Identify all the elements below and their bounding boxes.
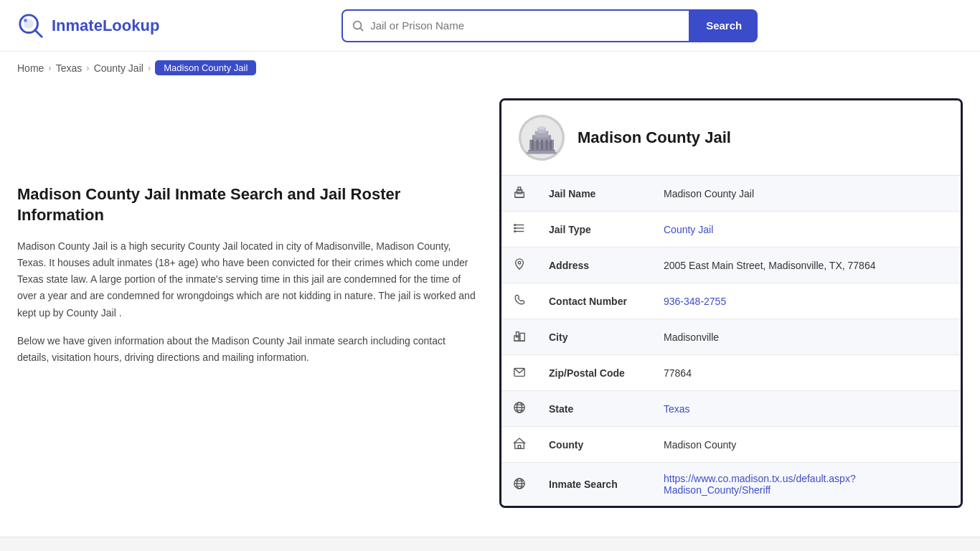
field-value-0: Madison County Jail xyxy=(652,176,961,212)
field-link-1[interactable]: County Jail xyxy=(664,224,713,235)
field-value-5: 77864 xyxy=(652,355,961,391)
field-value-4: Madisonville xyxy=(652,319,961,355)
building-icon xyxy=(501,176,537,212)
svg-rect-31 xyxy=(520,333,524,341)
table-row: StateTexas xyxy=(501,391,961,427)
field-label-2: Address xyxy=(537,248,652,283)
field-value-6: Texas xyxy=(652,391,961,427)
county-icon xyxy=(501,427,537,463)
svg-line-1 xyxy=(35,29,42,37)
table-row: Zip/Postal Code77864 xyxy=(501,355,961,391)
table-row: Jail NameMadison County Jail xyxy=(501,176,961,212)
page-description-2: Below we have given information about th… xyxy=(17,333,476,366)
breadcrumb-current: Madison County Jail xyxy=(155,60,256,75)
svg-rect-11 xyxy=(539,126,545,130)
svg-point-27 xyxy=(514,227,516,229)
svg-rect-16 xyxy=(550,140,552,151)
field-value-3: 936-348-2755 xyxy=(652,283,961,319)
phone-icon xyxy=(501,283,537,319)
svg-rect-15 xyxy=(546,140,548,151)
logo-text: InmateLookup xyxy=(52,17,159,35)
hamburger-button[interactable] xyxy=(940,14,963,37)
left-content: Madison County Jail Inmate Search and Ja… xyxy=(17,98,476,508)
svg-rect-41 xyxy=(518,446,521,449)
svg-rect-17 xyxy=(528,150,555,152)
svg-point-26 xyxy=(514,225,516,226)
list-icon xyxy=(501,212,537,248)
card-title: Madison County Jail xyxy=(578,128,731,147)
table-row: Address2005 East Main Street, Madisonvil… xyxy=(501,248,961,283)
info-card: Madison County Jail Jail NameMadison Cou… xyxy=(499,98,963,508)
svg-point-4 xyxy=(354,21,362,29)
table-row: Jail TypeCounty Jail xyxy=(501,212,961,248)
page-title: Madison County Jail Inmate Search and Ja… xyxy=(17,184,476,225)
svg-point-29 xyxy=(518,261,521,264)
location-icon xyxy=(501,248,537,283)
svg-rect-32 xyxy=(517,332,519,337)
svg-point-3 xyxy=(24,19,27,22)
svg-point-28 xyxy=(514,231,516,232)
search-button[interactable]: Search xyxy=(690,9,758,42)
chevron-1: › xyxy=(48,62,51,73)
chevron-2: › xyxy=(86,62,89,73)
search-area: Search xyxy=(341,9,758,42)
field-label-0: Jail Name xyxy=(537,176,652,212)
field-link-8[interactable]: https://www.co.madison.tx.us/default.asp… xyxy=(664,473,856,496)
field-value-2: 2005 East Main Street, Madisonville, TX,… xyxy=(652,248,961,283)
chevron-3: › xyxy=(148,62,151,73)
field-value-8: https://www.co.madison.tx.us/default.asp… xyxy=(652,463,961,507)
table-row: CountyMadison County xyxy=(501,427,961,463)
table-row: Inmate Searchhttps://www.co.madison.tx.u… xyxy=(501,463,961,507)
logo-link[interactable]: InmateLookup xyxy=(17,12,159,39)
svg-rect-13 xyxy=(537,140,539,151)
breadcrumb: Home › Texas › County Jail › Madison Cou… xyxy=(0,52,980,84)
field-value-7: Madison County xyxy=(652,427,961,463)
field-label-5: Zip/Postal Code xyxy=(537,355,652,391)
city-icon xyxy=(501,319,537,355)
breadcrumb-texas[interactable]: Texas xyxy=(56,62,83,74)
svg-rect-12 xyxy=(532,140,534,151)
zip-icon xyxy=(501,355,537,391)
table-row: CityMadisonville xyxy=(501,319,961,355)
field-link-3[interactable]: 936-348-2755 xyxy=(664,296,726,307)
field-label-4: City xyxy=(537,319,652,355)
breadcrumb-county-jail[interactable]: County Jail xyxy=(94,62,143,74)
svg-rect-18 xyxy=(527,152,556,154)
jail-avatar xyxy=(519,115,565,161)
field-value-1: County Jail xyxy=(652,212,961,248)
search-icon xyxy=(501,463,537,507)
svg-rect-19 xyxy=(515,192,524,197)
table-row: Contact Number936-348-2755 xyxy=(501,283,961,319)
header: InmateLookup Search xyxy=(0,0,980,52)
search-input[interactable] xyxy=(364,19,680,32)
svg-rect-14 xyxy=(541,140,543,151)
info-table: Jail NameMadison County JailJail TypeCou… xyxy=(501,176,961,506)
breadcrumb-home[interactable]: Home xyxy=(17,62,44,74)
search-wrapper xyxy=(341,9,690,42)
main-layout: Madison County Jail Inmate Search and Ja… xyxy=(0,84,980,537)
field-label-3: Contact Number xyxy=(537,283,652,319)
card-header: Madison County Jail xyxy=(501,100,961,176)
globe-icon xyxy=(501,391,537,427)
field-label-1: Jail Type xyxy=(537,212,652,248)
field-label-8: Inmate Search xyxy=(537,463,652,507)
field-label-7: County xyxy=(537,427,652,463)
building-illustration xyxy=(520,116,563,159)
svg-rect-21 xyxy=(518,187,521,191)
page-description-1: Madison County Jail is a high security C… xyxy=(17,238,476,321)
logo-icon xyxy=(17,12,44,39)
search-icon xyxy=(352,19,364,32)
footer xyxy=(0,537,980,551)
field-label-6: State xyxy=(537,391,652,427)
field-link-6[interactable]: Texas xyxy=(664,403,690,415)
svg-line-5 xyxy=(360,28,363,31)
